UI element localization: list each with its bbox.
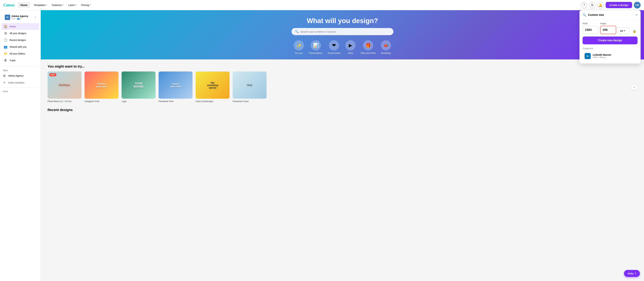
- height-input[interactable]: [600, 26, 616, 34]
- popup-overlay: 🔍 Custom size × Width Height: [0, 0, 644, 281]
- height-label: Height: [600, 22, 616, 25]
- height-input-wrap: [600, 26, 616, 34]
- unit-chevron-icon: ▾: [624, 30, 625, 32]
- popup-title: Custom size: [588, 14, 634, 16]
- help-label: Help: [628, 272, 633, 275]
- suggested-item-name: LinkedIn Banner: [593, 54, 612, 56]
- unit-text: px: [620, 29, 623, 32]
- width-input-wrap: [582, 26, 598, 34]
- suggested-label: Suggested: [582, 47, 638, 50]
- linkedin-icon: in: [584, 53, 591, 59]
- suggested-item-size: 1584 × 396 px: [593, 56, 612, 58]
- unit-select[interactable]: px ▾: [618, 27, 630, 34]
- popup-header: 🔍 Custom size ×: [580, 10, 640, 20]
- popup-close-button[interactable]: ×: [636, 13, 638, 17]
- unit-selector[interactable]: px ▾: [618, 24, 630, 34]
- suggested-item-linkedin[interactable]: in LinkedIn Banner 1584 × 396 px: [582, 51, 638, 61]
- height-field: Height: [600, 22, 616, 34]
- help-icon: ?: [635, 272, 636, 275]
- unit-spacer-label: [618, 24, 630, 26]
- custom-size-popup: 🔍 Custom size × Width Height: [580, 10, 640, 64]
- help-button[interactable]: Help ?: [624, 270, 640, 277]
- width-input[interactable]: [583, 26, 598, 34]
- dimensions-row: Width Height px ▾: [582, 22, 638, 34]
- width-field: Width: [582, 22, 598, 34]
- lock-icon: 🔒: [632, 29, 636, 33]
- popup-search-icon: 🔍: [582, 13, 586, 17]
- popup-body: Width Height px ▾: [580, 20, 640, 64]
- width-label: Width: [582, 22, 598, 25]
- create-new-design-button[interactable]: Create new design: [582, 36, 638, 44]
- suggested-item-info: LinkedIn Banner 1584 × 396 px: [593, 54, 612, 58]
- lock-button[interactable]: 🔒: [632, 28, 638, 34]
